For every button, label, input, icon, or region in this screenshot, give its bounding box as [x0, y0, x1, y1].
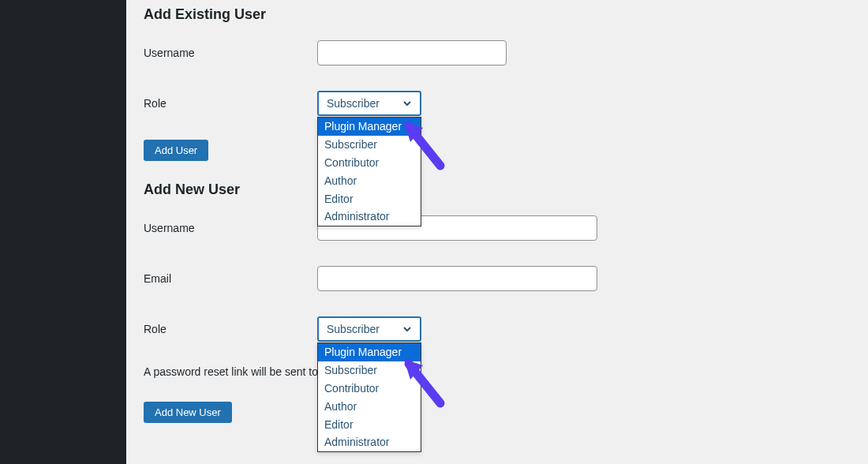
role-option-administrator[interactable]: Administrator [318, 433, 421, 451]
existing-username-input[interactable] [317, 40, 507, 65]
password-reset-note: A password reset link will be sent to [144, 365, 851, 378]
role-option-author[interactable]: Author [318, 398, 421, 416]
new-email-input[interactable] [317, 266, 597, 291]
add-user-button[interactable]: Add User [144, 140, 208, 161]
role-option-plugin-manager[interactable]: Plugin Manager [318, 343, 421, 361]
new-role-label: Role [144, 323, 317, 335]
add-existing-user-heading: Add Existing User [144, 6, 851, 23]
new-role-row: Role Subscriber Plugin Manager Subscribe… [144, 315, 851, 343]
role-option-subscriber[interactable]: Subscriber [318, 136, 421, 154]
main-content: Add Existing User Username Role Subscrib… [126, 0, 868, 464]
existing-role-row: Role Subscriber Plugin Manager Subscribe… [144, 89, 851, 118]
existing-username-label: Username [144, 47, 317, 59]
new-email-label: Email [144, 272, 317, 285]
role-option-plugin-manager[interactable]: Plugin Manager [318, 118, 421, 136]
role-option-editor[interactable]: Editor [318, 190, 421, 208]
existing-role-select[interactable]: Subscriber [317, 91, 421, 116]
existing-role-value: Subscriber [327, 97, 380, 110]
new-username-row: Username [144, 214, 851, 242]
existing-role-dropdown: Plugin Manager Subscriber Contributor Au… [317, 117, 421, 226]
new-username-label: Username [144, 222, 317, 234]
chevron-down-icon [401, 323, 413, 335]
new-role-dropdown: Plugin Manager Subscriber Contributor Au… [317, 342, 421, 452]
role-option-administrator[interactable]: Administrator [318, 208, 421, 226]
admin-sidebar [0, 0, 126, 464]
role-option-contributor[interactable]: Contributor [318, 154, 421, 172]
new-role-select[interactable]: Subscriber [317, 316, 421, 342]
existing-username-row: Username [144, 39, 851, 67]
role-option-contributor[interactable]: Contributor [318, 380, 421, 398]
add-new-user-heading: Add New User [144, 181, 851, 198]
existing-role-label: Role [144, 97, 317, 110]
chevron-down-icon [401, 97, 413, 110]
role-option-subscriber[interactable]: Subscriber [318, 361, 421, 380]
add-new-user-button[interactable]: Add New User [144, 402, 232, 423]
role-option-author[interactable]: Author [318, 172, 421, 190]
new-role-value: Subscriber [327, 323, 380, 335]
new-email-row: Email [144, 264, 851, 293]
role-option-editor[interactable]: Editor [318, 416, 421, 434]
